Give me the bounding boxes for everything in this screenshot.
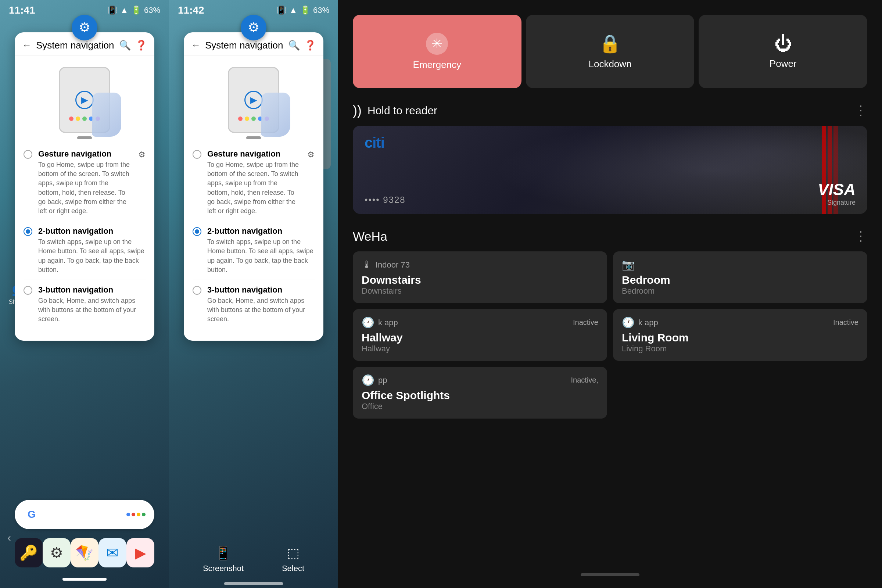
tile-icon-label-office: 🕐 pp [362, 374, 387, 386]
gear-float-icon: ⚙ [72, 15, 98, 40]
emergency-button[interactable]: ✳ Emergency [353, 15, 522, 88]
two-button-desc-2: To switch apps, swipe up on the Home but… [207, 237, 315, 274]
nfc-icon: )) [353, 103, 362, 118]
dot-3 [82, 117, 87, 121]
play-button-2[interactable]: ▶ [244, 91, 263, 109]
search-icon-1[interactable]: 🔍 [119, 40, 131, 51]
tile-office-spotlights[interactable]: 🕐 pp Inactive, Office Spotlights Office [353, 367, 607, 418]
screenshot-icon: 📱 [215, 545, 231, 561]
three-button-desc-2: Go back, Home, and switch apps with butt… [207, 296, 315, 324]
bottom-action-bar: 📱 Screenshot ⬚ Select [169, 545, 338, 573]
dock-settings[interactable]: ⚙ [43, 538, 70, 567]
tile-name-office: Office Spotlights [362, 389, 598, 402]
google-search-bar[interactable]: G [15, 500, 154, 529]
search-icon-2[interactable]: 🔍 [288, 40, 300, 51]
dock-1password[interactable]: 🔑 [15, 538, 43, 567]
gesture-gear-1[interactable]: ⚙ [138, 150, 146, 159]
weha-more-button[interactable]: ⋮ [854, 229, 867, 244]
power-button[interactable]: ⏻ Power [699, 15, 867, 88]
back-button-1[interactable]: ← [22, 40, 32, 51]
dot-2 [76, 117, 80, 121]
gesture-text-2: Gesture navigation To go Home, swipe up … [207, 149, 302, 216]
nfc-more-button[interactable]: ⋮ [854, 103, 867, 118]
help-icon-2[interactable]: ❓ [304, 40, 316, 51]
visa-logo: VISA [818, 180, 855, 199]
tile-status-office: Inactive, [571, 376, 598, 384]
tile-living-room[interactable]: 🕐 k app Inactive Living Room Living Room [613, 309, 867, 361]
tile-status-living-room: Inactive [833, 318, 858, 327]
gesture-radio-2[interactable] [193, 150, 201, 159]
tile-app-label-living-room: k app [638, 318, 658, 327]
two-button-radio-2[interactable] [193, 227, 201, 236]
tile-status-hallway: Inactive [573, 318, 598, 327]
two-button-title-2: 2-button navigation [207, 226, 315, 236]
nav-options-2: Gesture navigation To go Home, swipe up … [184, 144, 323, 329]
dock-youtube[interactable]: ▶ [126, 538, 154, 567]
select-icon: ⬚ [287, 545, 300, 561]
tile-name-living-room: Living Room [622, 332, 858, 344]
tile-top-office: 🕐 pp Inactive, [362, 374, 598, 386]
tile-hallway[interactable]: 🕐 k app Inactive Hallway Hallway [353, 309, 607, 361]
tile-name-hallway: Hallway [362, 332, 598, 344]
three-button-radio-2[interactable] [193, 286, 201, 295]
tile-subtitle-living-room: Living Room [622, 344, 858, 354]
two-button-option-2[interactable]: 2-button navigation To switch apps, swip… [193, 221, 315, 280]
play-button-1[interactable]: ▶ [75, 91, 94, 109]
tile-name-bedroom: Bedroom [622, 274, 858, 286]
two-button-option-1[interactable]: 2-button navigation To switch apps, swip… [24, 221, 146, 280]
two-button-desc-1: To switch apps, swipe up on the Home but… [38, 237, 146, 274]
battery-icon-2: 🔋 [300, 6, 310, 15]
tile-bedroom[interactable]: 📷 Bedroom Bedroom [613, 251, 867, 303]
smart-home-tiles: 🌡 Indoor 73 Downstairs Downstairs 📷 Bedr… [353, 251, 867, 361]
two-button-title-1: 2-button navigation [38, 226, 146, 236]
two-button-text-1: 2-button navigation To switch apps, swip… [38, 226, 146, 274]
tile-indoor-temp: Indoor 73 [376, 260, 410, 270]
gesture-option-2[interactable]: Gesture navigation To go Home, swipe up … [193, 144, 315, 221]
three-button-radio-1[interactable] [24, 286, 32, 295]
screenshot-label: Screenshot [203, 564, 244, 573]
gesture-title-1: Gesture navigation [38, 149, 132, 159]
gesture-radio-1[interactable] [24, 150, 32, 159]
vibrate-icon-2: 📳 [276, 6, 286, 15]
three-button-option-1[interactable]: 3-button navigation Go back, Home, and s… [24, 280, 146, 329]
tile-icon-label-hallway: 🕐 k app [362, 316, 398, 328]
tile-icon-label-living-room: 🕐 k app [622, 316, 658, 328]
citi-card[interactable]: citi •••• 9328 VISA Signature [353, 126, 867, 214]
select-button[interactable]: ⬚ Select [282, 545, 304, 573]
gesture-option-1[interactable]: Gesture navigation To go Home, swipe up … [24, 144, 146, 221]
emergency-label: Emergency [413, 59, 462, 70]
tile-app-label-hallway: k app [378, 318, 398, 327]
app-dock-1: 🔑 ⚙ 🪁 ✉ ▶ [0, 538, 169, 567]
tile-icon-label-downstairs: 🌡 Indoor 73 [362, 259, 410, 271]
nav-options-1: Gesture navigation To go Home, swipe up … [15, 144, 154, 329]
two-button-radio-1[interactable] [24, 227, 32, 236]
dock-outlook[interactable]: ✉ [99, 538, 126, 567]
three-button-text-2: 3-button navigation Go back, Home, and s… [207, 285, 315, 324]
gear-float-icon-2: ⚙ [241, 15, 266, 40]
time-1: 11:41 [9, 4, 35, 16]
lockdown-button[interactable]: 🔒 Lockdown [526, 15, 694, 88]
back-button-2[interactable]: ← [191, 40, 201, 51]
tile-subtitle-bedroom: Bedroom [622, 286, 858, 296]
gesture-text-1: Gesture navigation To go Home, swipe up … [38, 149, 132, 216]
nav-illustration-2: ▶ [217, 63, 290, 137]
radio-inner-1 [26, 230, 30, 234]
tile-top-living-room: 🕐 k app Inactive [622, 316, 858, 328]
screenshot-button[interactable]: 📱 Screenshot [203, 545, 244, 573]
three-button-option-2[interactable]: 3-button navigation Go back, Home, and s… [193, 280, 315, 329]
tile-top-downstairs: 🌡 Indoor 73 [362, 259, 598, 271]
chevron-left-icon[interactable]: ‹ [8, 531, 11, 544]
two-button-text-2: 2-button navigation To switch apps, swip… [207, 226, 315, 274]
gesture-gear-2[interactable]: ⚙ [307, 150, 315, 159]
panel-2: 11:42 📳 ▲ 🔋 63% ⚙ ← System navigation 🔍 … [169, 0, 338, 588]
help-icon-1[interactable]: ❓ [135, 40, 147, 51]
tile-downstairs[interactable]: 🌡 Indoor 73 Downstairs Downstairs [353, 251, 607, 303]
gesture-desc-2: To go Home, swipe up from the bottom of … [207, 160, 302, 216]
dock-photos[interactable]: 🪁 [70, 538, 99, 567]
lockdown-icon: 🔒 [599, 33, 621, 54]
google-logo: G [24, 506, 40, 523]
thermometer-icon: 🌡 [362, 259, 372, 271]
battery-pct-1: 63% [144, 6, 160, 15]
three-button-title-2: 3-button navigation [207, 285, 315, 295]
card-actions-1: 🔍 ❓ [119, 40, 147, 51]
